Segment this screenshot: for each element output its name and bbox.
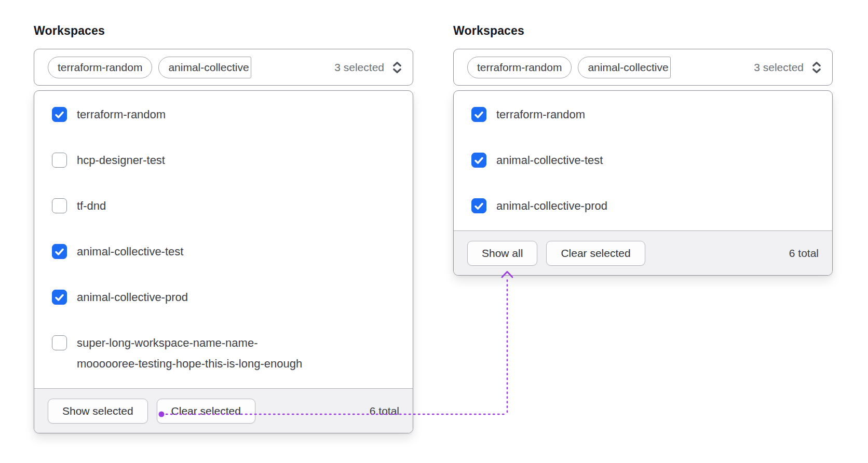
trigger-count-group: 3 selected bbox=[329, 60, 405, 75]
option-row[interactable]: animal-collective-prod bbox=[471, 198, 818, 216]
option-label: animal-collective-test bbox=[77, 241, 183, 262]
option-label: animal-collective-test bbox=[496, 150, 603, 171]
total-count: 6 total bbox=[370, 405, 399, 417]
workspaces-multiselect-left: Workspaces terraform-random animal-colle… bbox=[34, 24, 413, 433]
listbox-footer: Show all Clear selected 6 total bbox=[454, 230, 832, 275]
option-row[interactable]: animal-collective-test bbox=[52, 244, 398, 262]
trigger-count-group: 3 selected bbox=[749, 60, 824, 75]
options-list: terraform-random hcp-designer-test tf-dn… bbox=[34, 91, 413, 388]
option-label-line2: moooooree-testing-hope-this-is-long-enou… bbox=[77, 353, 302, 374]
option-row[interactable]: super-long-workspace-name-name-moooooree… bbox=[52, 335, 398, 374]
option-label-line1: super-long-workspace-name-name- bbox=[77, 333, 302, 353]
checkbox[interactable] bbox=[471, 153, 486, 168]
check-icon bbox=[55, 294, 64, 301]
show-selected-button[interactable]: Show selected bbox=[48, 399, 148, 424]
up-down-chevron-icon bbox=[809, 60, 824, 75]
checkbox[interactable] bbox=[52, 335, 67, 350]
check-icon bbox=[55, 248, 64, 255]
clear-selected-button[interactable]: Clear selected bbox=[157, 399, 255, 424]
checkbox[interactable] bbox=[52, 244, 67, 259]
option-label: hcp-designer-test bbox=[77, 150, 165, 171]
multiselect-trigger[interactable]: terraform-random animal-collective 3 sel… bbox=[34, 49, 413, 86]
up-down-chevron-icon bbox=[389, 60, 405, 75]
option-row[interactable]: tf-dnd bbox=[52, 198, 398, 216]
option-row[interactable]: animal-collective-test bbox=[471, 153, 818, 171]
show-all-button[interactable]: Show all bbox=[467, 241, 537, 266]
checkbox[interactable] bbox=[471, 107, 486, 122]
check-icon bbox=[474, 202, 483, 210]
selected-count: 3 selected bbox=[754, 61, 804, 74]
checkbox[interactable] bbox=[52, 153, 67, 168]
option-label: super-long-workspace-name-name-moooooree… bbox=[77, 333, 302, 374]
option-label: animal-collective-prod bbox=[496, 196, 607, 216]
check-icon bbox=[55, 111, 64, 118]
selected-tag-clipped[interactable]: animal-collective bbox=[158, 57, 251, 78]
selected-count: 3 selected bbox=[334, 61, 384, 74]
checkbox[interactable] bbox=[471, 198, 486, 213]
options-listbox: terraform-random animal-collective-test … bbox=[453, 90, 833, 276]
option-row[interactable]: animal-collective-prod bbox=[52, 290, 398, 308]
field-label: Workspaces bbox=[453, 24, 833, 38]
check-icon bbox=[474, 111, 483, 118]
check-icon bbox=[474, 157, 483, 164]
selected-tag[interactable]: terraform-random bbox=[48, 57, 152, 78]
total-count: 6 total bbox=[789, 247, 819, 260]
option-row[interactable]: terraform-random bbox=[471, 107, 818, 125]
workspaces-multiselect-right: Workspaces terraform-random animal-colle… bbox=[453, 24, 833, 276]
option-label: terraform-random bbox=[77, 104, 166, 125]
multiselect-trigger[interactable]: terraform-random animal-collective 3 sel… bbox=[453, 49, 833, 86]
option-label: tf-dnd bbox=[77, 196, 106, 216]
option-row[interactable]: terraform-random bbox=[52, 107, 398, 125]
options-listbox: terraform-random hcp-designer-test tf-dn… bbox=[34, 90, 413, 433]
selected-tag-clipped[interactable]: animal-collective bbox=[578, 57, 670, 78]
option-label: terraform-random bbox=[496, 104, 585, 125]
checkbox[interactable] bbox=[52, 198, 67, 213]
selected-tag[interactable]: terraform-random bbox=[467, 57, 572, 78]
clear-selected-button[interactable]: Clear selected bbox=[546, 241, 645, 266]
field-label: Workspaces bbox=[34, 24, 413, 38]
checkbox[interactable] bbox=[52, 290, 67, 305]
option-row[interactable]: hcp-designer-test bbox=[52, 153, 398, 171]
checkbox[interactable] bbox=[52, 107, 67, 122]
option-label: animal-collective-prod bbox=[77, 287, 188, 308]
listbox-footer: Show selected Clear selected 6 total bbox=[34, 388, 413, 433]
options-list: terraform-random animal-collective-test … bbox=[454, 91, 832, 230]
